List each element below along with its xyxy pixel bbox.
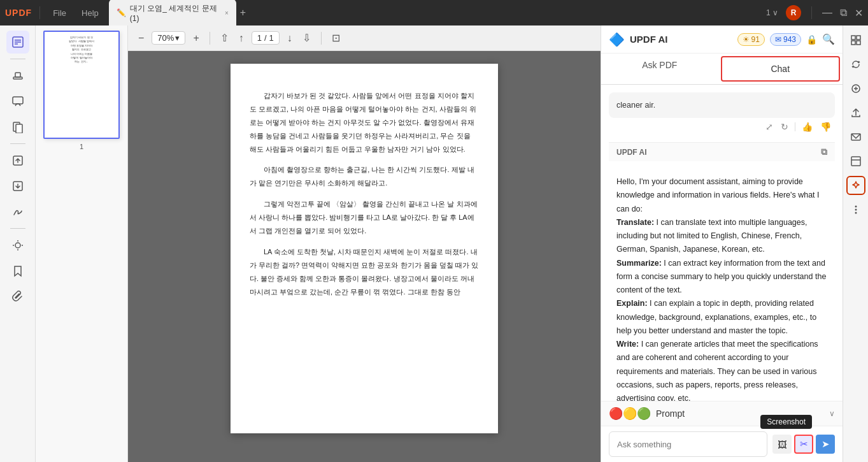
title-bar-right: 1 ∨ R — ⧉ ✕ xyxy=(766,5,863,20)
tab-close-button[interactable]: × xyxy=(225,10,229,17)
like-button[interactable]: 👍 xyxy=(800,120,814,133)
sidebar-icon-layers[interactable] xyxy=(6,234,29,257)
page-prev-button[interactable]: ↑ xyxy=(236,31,246,45)
copy-icon[interactable]: ⧉ xyxy=(821,147,827,157)
minimize-button[interactable]: — xyxy=(822,7,832,18)
add-tab-button[interactable]: + xyxy=(240,7,246,18)
token-badge-blue: ✉ 943 xyxy=(770,33,801,46)
previous-message-container: cleaner air. ⤢ ↻ 👍 👎 xyxy=(609,92,835,136)
fit-page-button[interactable]: ⊡ xyxy=(329,31,343,45)
sun-icon: ☀ xyxy=(743,35,750,44)
page-first-button[interactable]: ⇧ xyxy=(218,31,231,45)
pdf-toolbar: − 70% ▾ + ⇧ ↑ 1 / 1 ↓ ⇩ ⊡ xyxy=(128,25,601,51)
tab-chat[interactable]: Chat xyxy=(721,56,841,82)
tab-icon: ✏️ xyxy=(117,8,126,17)
toolbar-divider-1 xyxy=(210,32,210,45)
right-icon-redact[interactable] xyxy=(846,152,865,171)
dislike-button[interactable]: 👎 xyxy=(819,120,832,133)
right-icon-create[interactable] xyxy=(846,79,865,98)
yellow-token-count: 91 xyxy=(751,35,760,44)
window-controls: — ⧉ ✕ xyxy=(822,7,863,19)
svg-rect-16 xyxy=(851,36,855,40)
send-button[interactable]: ➤ xyxy=(816,435,835,454)
external-link-button[interactable]: ⤢ xyxy=(764,120,774,133)
refresh-button[interactable]: ↻ xyxy=(779,120,790,133)
ai-messages-area[interactable]: cleaner air. ⤢ ↻ 👍 👎 UPDF AI ⧉ Hello, I'… xyxy=(601,85,843,401)
lock-icon[interactable]: 🔒 xyxy=(806,34,817,45)
zoom-out-button[interactable]: − xyxy=(136,31,146,45)
tab-title: 대기 오염_ 세계적인 문제 (1) xyxy=(130,3,221,23)
tab-ask-pdf-label: Ask PDF xyxy=(642,60,677,70)
sidebar-icon-bookmark[interactable] xyxy=(6,259,29,282)
thumbnail-panel: 갑자기 바보가 된 것 같았다. 사람들 앞에서 어떤 표정을 지어야 할지도 … xyxy=(36,25,128,462)
message-actions: ⤢ ↻ 👍 👎 xyxy=(609,118,835,136)
title-bar: UPDF File Help ✏️ 대기 오염_ 세계적인 문제 (1) × +… xyxy=(0,0,868,25)
sidebar-icon-stamp[interactable] xyxy=(6,64,29,87)
ai-assistant-message: Hello, I'm your document assistant, aimi… xyxy=(609,168,835,401)
tab-chat-label: Chat xyxy=(771,64,790,74)
tab-ask-pdf[interactable]: Ask PDF xyxy=(601,54,718,84)
zoom-in-button[interactable]: + xyxy=(190,31,201,45)
ai-panel-header: 🔷 UPDF AI ☀ 91 ✉ 943 🔒 🔍 xyxy=(601,25,843,54)
sidebar-icon-pages[interactable] xyxy=(6,115,29,138)
pdf-paragraph-4: LA 숙소에 도착한 첫날, 시차 때문인지 새벽에 눈이 저절로 떠졌다. 내… xyxy=(250,245,479,299)
svg-rect-8 xyxy=(16,124,22,133)
sidebar-icon-export[interactable] xyxy=(6,149,29,172)
close-button[interactable]: ✕ xyxy=(855,7,863,19)
toolbar-divider-2 xyxy=(321,32,322,45)
zoom-display[interactable]: 70% ▾ xyxy=(152,31,185,45)
token-badge-yellow: ☀ 91 xyxy=(737,33,765,46)
thumbnail-page-1[interactable]: 갑자기 바보가 된 것 같았다. 사람들 앞에서 어떤 표정을 지어야 할지도 … xyxy=(43,31,120,150)
menu-help[interactable]: Help xyxy=(76,6,104,20)
page-separator: / xyxy=(264,33,267,43)
svg-rect-19 xyxy=(857,41,860,45)
svg-point-11 xyxy=(15,243,20,248)
search-icon[interactable]: 🔍 xyxy=(822,33,835,45)
page-last-button[interactable]: ⇩ xyxy=(300,31,313,45)
screenshot-button[interactable]: ✂ xyxy=(794,435,813,454)
right-icon-convert[interactable] xyxy=(846,55,865,74)
right-icon-ai[interactable] xyxy=(846,176,865,195)
user-avatar[interactable]: R xyxy=(786,5,801,20)
pdf-paragraph-3: 그렇게 악전고투 끝에 〈암살〉 촬영을 간신히 끝내고 나온 날 치과에서 사… xyxy=(250,198,479,238)
svg-point-26 xyxy=(855,206,857,208)
ai-ask-input[interactable] xyxy=(609,431,767,457)
page-next-button[interactable]: ↓ xyxy=(285,31,295,45)
ai-panel: 🔷 UPDF AI ☀ 91 ✉ 943 🔒 🔍 Ask PDF xyxy=(601,25,843,462)
sidebar-icon-sign[interactable] xyxy=(6,200,29,223)
svg-rect-5 xyxy=(15,73,20,77)
right-icon-email[interactable] xyxy=(846,127,865,147)
tab-area: ✏️ 대기 오염_ 세계적인 문제 (1) × + xyxy=(109,0,761,27)
thumbnail-page-number: 1 xyxy=(80,143,83,150)
right-icon-more[interactable] xyxy=(846,200,865,219)
right-sidebar xyxy=(843,25,868,462)
prompt-chevron-icon: ∨ xyxy=(829,409,835,418)
screenshot-tooltip: Screenshot xyxy=(760,415,812,429)
thumbnail-image: 갑자기 바보가 된 것 같았다. 사람들 앞에서 어떤 표정을 지어야 할지도 … xyxy=(43,31,120,139)
svg-rect-17 xyxy=(857,36,860,40)
page-display: 1 / 1 xyxy=(252,31,280,45)
sidebar-icon-import[interactable] xyxy=(6,175,29,198)
maximize-button[interactable]: ⧉ xyxy=(840,7,847,18)
sidebar-icon-edit[interactable] xyxy=(6,31,29,54)
active-tab[interactable]: ✏️ 대기 오염_ 세계적인 문제 (1) × xyxy=(109,0,236,27)
menu-file[interactable]: File xyxy=(48,6,71,20)
ai-input-action-buttons: 🖼 ✂ ➤ xyxy=(772,435,835,454)
zoom-level-text: 70% xyxy=(157,33,174,43)
svg-rect-18 xyxy=(851,41,855,45)
ai-input-area: 🖼 ✂ ➤ Screenshot xyxy=(601,426,843,462)
pdf-content-area[interactable]: 갑자기 바보가 된 것 같았다. 사람들 앞에서 어떤 표정을 지어야 할지도 … xyxy=(128,51,601,462)
sidebar-divider-1 xyxy=(10,59,25,59)
sidebar-icon-attachment[interactable] xyxy=(6,285,29,308)
pdf-paragraph-2: 아침에 촬영장으로 향하는 출근길, 나는 한 시간씩 기도했다. 제발 내가 … xyxy=(250,163,479,190)
svg-rect-24 xyxy=(851,157,860,166)
pdf-paragraph-1: 갑자기 바보가 된 것 같았다. 사람들 앞에서 어떤 표정을 지어야 할지도 … xyxy=(250,89,479,155)
sidebar-icon-comment[interactable] xyxy=(6,90,29,113)
zoom-chevron-icon: ▾ xyxy=(175,33,180,43)
right-icon-share[interactable] xyxy=(846,103,865,122)
prompt-label: Prompt xyxy=(656,408,685,419)
version-badge[interactable]: 1 ∨ xyxy=(766,8,778,17)
right-icon-ocr[interactable] xyxy=(846,31,865,50)
divider2 xyxy=(811,6,812,19)
image-upload-button[interactable]: 🖼 xyxy=(772,435,792,454)
